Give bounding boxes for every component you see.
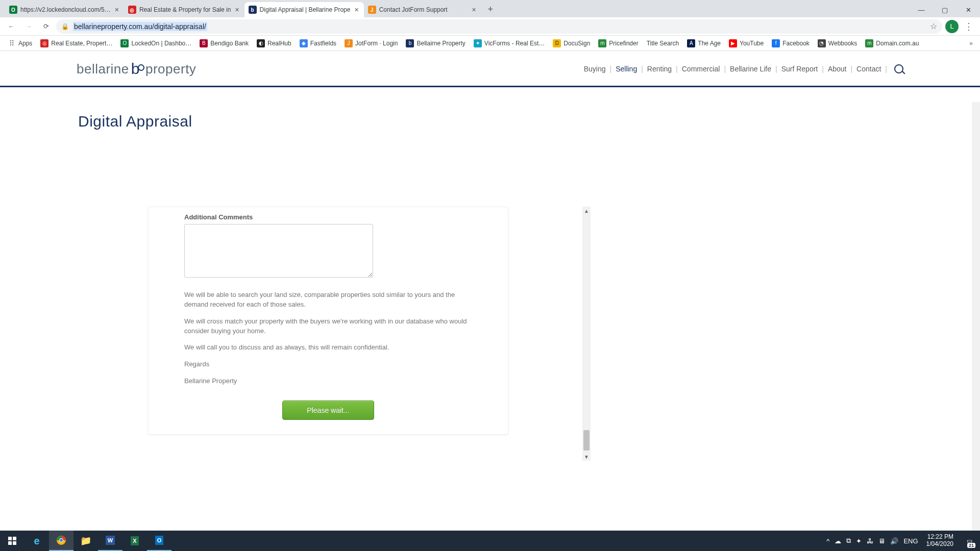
bookmark-item[interactable]: ◔Webbooks — [814, 37, 861, 49]
back-button[interactable]: ← — [4, 19, 18, 34]
bookmark-label: The Age — [698, 40, 721, 47]
close-window-button[interactable]: ✕ — [957, 2, 980, 17]
action-center-button[interactable]: ▭ 21 — [962, 531, 977, 551]
submit-button[interactable]: Please wait... — [282, 400, 374, 420]
bookmark-favicon: m — [865, 39, 873, 47]
scrollbar-down-icon[interactable]: ▼ — [582, 453, 591, 461]
bookmark-item[interactable]: ◆Fastfields — [296, 37, 340, 49]
comments-textarea[interactable] — [184, 224, 373, 278]
bookmark-label: LockedOn | Dashbo… — [131, 40, 191, 47]
svg-point-6 — [60, 539, 63, 542]
clock-date: 1/04/2020 — [926, 541, 953, 548]
brand-word-b: property — [145, 61, 196, 77]
system-tray: ^ ☁ ⧉ ✦ 🖧 🖥 🔊 ENG 12:22 PM 1/04/2020 ▭ 2… — [826, 531, 980, 551]
tab-close-icon[interactable]: × — [114, 6, 120, 14]
bookmark-item[interactable]: ◎Real Estate, Propert… — [37, 37, 116, 49]
bookmark-star-icon[interactable]: ☆ — [930, 21, 937, 31]
taskbar-explorer[interactable]: 📁 — [74, 531, 98, 551]
bookmark-item[interactable]: JJotForm · Login — [341, 37, 401, 49]
svg-rect-0 — [8, 537, 12, 540]
bookmark-item[interactable]: DDocuSign — [549, 37, 594, 49]
bookmark-item[interactable]: ◐RealHub — [253, 37, 295, 49]
bookmark-favicon: ◐ — [257, 39, 265, 47]
bookmark-item[interactable]: ▶YouTube — [725, 37, 767, 49]
address-input[interactable]: 🔒 bellarineproperty.com.au/digital-appra… — [56, 19, 942, 34]
chrome-icon — [56, 535, 66, 545]
bookmark-item[interactable]: Title Search — [643, 38, 683, 49]
tray-chevron-icon[interactable]: ^ — [826, 537, 829, 545]
clock-time: 12:22 PM — [926, 534, 953, 541]
chrome-menu-button[interactable]: ⋮ — [962, 21, 976, 32]
bookmark-favicon: f — [772, 39, 780, 47]
bookmark-item[interactable]: ✦VicForms - Real Est… — [470, 37, 548, 49]
minimize-button[interactable]: — — [910, 2, 933, 17]
taskbar-edge[interactable]: e — [24, 531, 49, 551]
scrollbar-up-icon[interactable]: ▲ — [582, 207, 591, 215]
bookmarks-overflow-icon[interactable]: » — [966, 40, 976, 47]
nav-link-selling[interactable]: Selling — [616, 65, 637, 73]
brand-logo[interactable]: bellarine b property — [77, 60, 196, 78]
tray-network-icon[interactable]: 🖧 — [867, 537, 873, 545]
nav-separator: | — [641, 65, 643, 73]
svg-rect-2 — [8, 541, 12, 545]
bookmark-item[interactable]: OLockedOn | Dashbo… — [117, 37, 195, 49]
bookmark-label: Domain.com.au — [876, 40, 919, 47]
tab-favicon: b — [249, 6, 257, 14]
windows-taskbar: e 📁 W X O ^ ☁ ⧉ ✦ 🖧 🖥 🔊 ENG 12:22 PM 1/0… — [0, 531, 980, 551]
tray-language[interactable]: ENG — [903, 537, 918, 545]
tab-close-icon[interactable]: × — [234, 6, 240, 14]
browser-tab[interactable]: JContact JotForm Support× — [364, 2, 481, 17]
scrollbar-thumb[interactable] — [583, 430, 590, 450]
forward-button[interactable]: → — [21, 19, 36, 34]
tab-close-icon[interactable]: × — [353, 6, 359, 14]
bookmark-item[interactable]: bBellairne Property — [402, 37, 469, 49]
bookmark-item[interactable]: AThe Age — [683, 37, 724, 49]
windows-icon — [8, 537, 16, 545]
taskbar-excel[interactable]: X — [122, 531, 147, 551]
tray-onedrive-icon[interactable]: ☁ — [835, 537, 841, 545]
nav-link-about[interactable]: About — [828, 65, 847, 73]
iframe-scrollbar[interactable]: ▲ ▼ — [582, 207, 591, 461]
reload-button[interactable]: ⟳ — [39, 19, 53, 34]
taskbar-clock[interactable]: 12:22 PM 1/04/2020 — [923, 534, 957, 548]
page-scrollbar[interactable] — [972, 102, 980, 551]
taskbar-word[interactable]: W — [98, 531, 122, 551]
bookmark-label: Pricefinder — [609, 40, 638, 47]
tray-sync-icon[interactable]: ✦ — [856, 537, 862, 545]
bookmark-item[interactable]: BBendigo Bank — [196, 37, 252, 49]
nav-link-buying[interactable]: Buying — [584, 65, 606, 73]
tab-close-icon[interactable]: × — [471, 6, 477, 14]
nav-search-icon[interactable] — [894, 64, 903, 73]
browser-tab[interactable]: Ohttps://v2.lockedoncloud.com/5…× — [5, 2, 124, 17]
nav-link-contact[interactable]: Contact — [856, 65, 881, 73]
profile-avatar[interactable]: L — [945, 20, 959, 33]
info-text-2: We will cross match your property with t… — [184, 317, 472, 336]
bookmark-item[interactable]: mPricefinder — [595, 37, 642, 49]
browser-tab-strip: Ohttps://v2.lockedoncloud.com/5…×◎Real E… — [0, 0, 980, 17]
bookmark-favicon: O — [120, 39, 129, 47]
bookmark-item[interactable]: mDomain.com.au — [862, 37, 922, 49]
info-text-4: Regards — [184, 360, 472, 369]
brand-word-a: bellarine — [77, 61, 129, 77]
nav-link-surf-report[interactable]: Surf Report — [781, 65, 818, 73]
start-button[interactable] — [0, 531, 24, 551]
tray-display-icon[interactable]: 🖥 — [878, 537, 885, 545]
bookmark-item[interactable]: fFacebook — [768, 37, 813, 49]
nav-link-bellarine-life[interactable]: Bellarine Life — [730, 65, 771, 73]
taskbar-outlook[interactable]: O — [147, 531, 172, 551]
taskbar-chrome[interactable] — [49, 531, 74, 551]
nav-link-renting[interactable]: Renting — [647, 65, 672, 73]
bookmark-item[interactable]: ⠿Apps — [4, 37, 36, 49]
svg-rect-3 — [13, 541, 16, 545]
browser-tab[interactable]: bDigital Appraisal | Bellarine Prope× — [244, 2, 364, 17]
browser-tab[interactable]: ◎Real Estate & Property for Sale in× — [124, 2, 244, 17]
tab-favicon: O — [9, 6, 17, 14]
lock-icon: 🔒 — [61, 23, 69, 30]
tray-dropbox-icon[interactable]: ⧉ — [846, 537, 851, 545]
bookmark-favicon: ⠿ — [8, 39, 16, 47]
form-iframe-area: Additional Comments We will be able to s… — [148, 207, 591, 461]
tray-volume-icon[interactable]: 🔊 — [890, 537, 898, 545]
maximize-button[interactable]: ▢ — [933, 2, 957, 17]
new-tab-button[interactable]: + — [483, 2, 498, 16]
nav-link-commercial[interactable]: Commercial — [682, 65, 720, 73]
